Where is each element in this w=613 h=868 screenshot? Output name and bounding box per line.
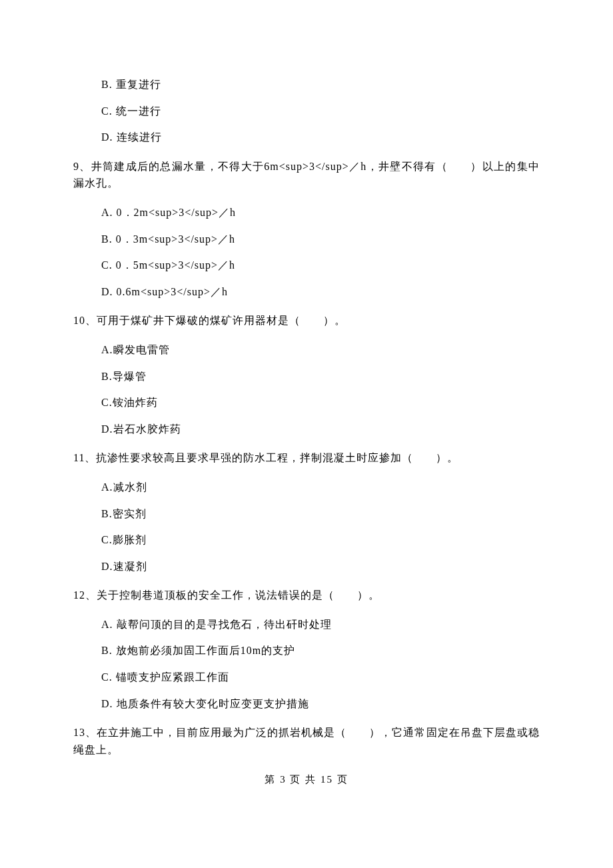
- q9-option-d: D. 0.6m<sup>3</sup>／h: [101, 283, 540, 301]
- q11-option-c: C.膨胀剂: [101, 531, 540, 549]
- q12-option-b: B. 放炮前必须加固工作面后10m的支护: [101, 642, 540, 659]
- q8-option-d: D. 连续进行: [101, 129, 540, 146]
- page-footer: 第 3 页 共 15 页: [73, 771, 540, 787]
- q12-option-c: C. 锚喷支护应紧跟工作面: [101, 669, 540, 686]
- q11-option-b: B.密实剂: [101, 505, 540, 523]
- question-11: 11、抗渗性要求较高且要求早强的防水工程，拌制混凝土时应掺加（ ）。: [73, 449, 540, 467]
- q8-option-b: B. 重复进行: [101, 76, 540, 93]
- question-9: 9、井筒建成后的总漏水量，不得大于6m<sup>3</sup>／h，井壁不得有（…: [73, 158, 540, 192]
- q9-option-c: C. 0．5m<sup>3</sup>／h: [101, 257, 540, 274]
- q12-option-a: A. 敲帮问顶的目的是寻找危石，待出矸时处理: [101, 616, 540, 633]
- q10-option-d: D.岩石水胶炸药: [101, 421, 540, 438]
- q10-option-c: C.铵油炸药: [101, 394, 540, 411]
- q10-option-a: A.瞬发电雷管: [101, 341, 540, 359]
- q12-option-d: D. 地质条件有较大变化时应变更支护措施: [101, 695, 540, 713]
- document-page: B. 重复进行 C. 统一进行 D. 连续进行 9、井筒建成后的总漏水量，不得大…: [0, 0, 613, 814]
- q11-option-d: D.速凝剂: [101, 558, 540, 575]
- q8-option-c: C. 统一进行: [101, 103, 540, 120]
- q9-option-a: A. 0．2m<sup>3</sup>／h: [101, 204, 540, 221]
- question-13: 13、在立井施工中，目前应用最为广泛的抓岩机械是（ ），它通常固定在吊盘下层盘或…: [73, 724, 540, 758]
- question-12: 12、关于控制巷道顶板的安全工作，说法错误的是（ ）。: [73, 587, 540, 604]
- question-10: 10、可用于煤矿井下爆破的煤矿许用器材是（ ）。: [73, 312, 540, 329]
- q9-option-b: B. 0．3m<sup>3</sup>／h: [101, 231, 540, 248]
- q11-option-a: A.减水剂: [101, 479, 540, 496]
- q10-option-b: B.导爆管: [101, 368, 540, 385]
